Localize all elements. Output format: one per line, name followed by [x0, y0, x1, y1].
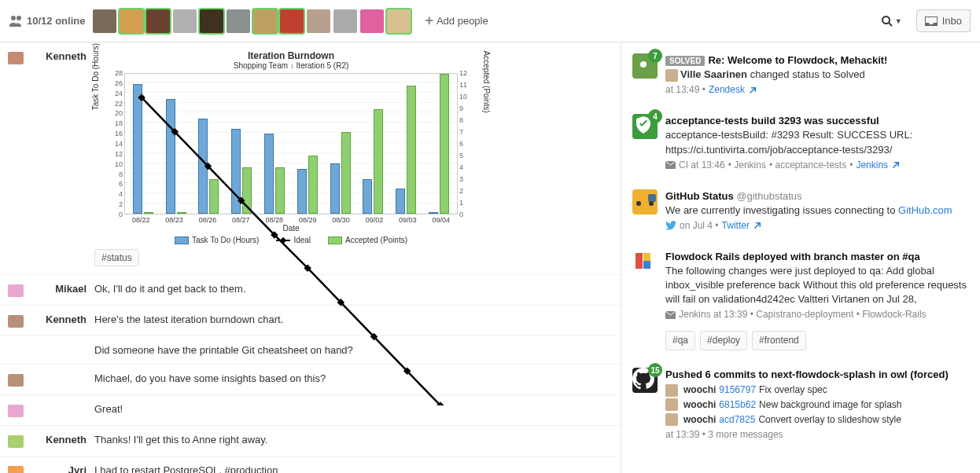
feed-item[interactable]: 4acceptance-tests build 3293 was success…: [632, 114, 972, 171]
avatar-10[interactable]: [360, 9, 384, 33]
chat-message: KennethThanks! I'll get this to Anne rig…: [0, 426, 621, 456]
bar-todo: [330, 163, 340, 214]
mini-avatar: [665, 398, 678, 411]
chat-column: KennethIteration BurndownShopping Team ↓…: [0, 42, 621, 473]
message-tag[interactable]: #status: [94, 249, 139, 266]
avatar-7[interactable]: [280, 9, 304, 33]
bar-accepted: [144, 212, 153, 214]
feed-badge: 7: [648, 49, 662, 63]
commit-row: woochi 9156797 Fix overlay spec: [665, 383, 972, 397]
x-tick: 09/04: [432, 216, 450, 224]
svg-point-18: [636, 67, 642, 72]
message-author: Kenneth: [31, 314, 94, 328]
feed-item[interactable]: 15Pushed 6 commits to next-flowdock-spla…: [632, 368, 972, 441]
mini-avatar: [665, 69, 678, 82]
feed-tags: #qa#deploy#frontend: [665, 326, 972, 350]
top-bar: 10/12 online + Add people ▼ Inbo: [0, 0, 980, 42]
message-glyph-icon: [8, 405, 24, 417]
avatar-11[interactable]: [387, 9, 411, 33]
feed-meta: CI at 13:46 • Jenkins • acceptance-tests…: [665, 159, 972, 172]
feed-title: GitHub Status @githubstatus: [665, 190, 802, 202]
mini-avatar: [665, 384, 678, 397]
avatar-2[interactable]: [146, 9, 170, 33]
feed-meta-link[interactable]: Twitter: [722, 219, 750, 233]
chart-legend: Task To Do (Hours)IdealAccepted (Points): [94, 236, 488, 244]
search-button[interactable]: ▼: [881, 15, 902, 28]
chat-message: Did someone have the printable Git cheat…: [0, 336, 621, 365]
avatar-0[interactable]: [93, 9, 116, 33]
message-body: Michael, do you have some insights based…: [94, 372, 610, 387]
feed-badge: 15: [648, 363, 662, 377]
message-author: Kenneth: [31, 434, 94, 448]
message-body: Iteration BurndownShopping Team ↓ Iterat…: [94, 50, 610, 266]
avatar-1[interactable]: [120, 9, 143, 33]
feed-description: We are currently investigating issues co…: [665, 204, 952, 216]
feed-meta-link[interactable]: Zendesk: [709, 83, 745, 97]
message-glyph-icon: [8, 435, 24, 448]
message-glyph-icon: [8, 315, 24, 328]
feed-item[interactable]: Flowdock Rails deployed with branch mast…: [632, 250, 972, 350]
message-body: Ok, I'll do it and get back to them.: [94, 283, 610, 297]
mini-avatar: [665, 413, 678, 426]
x-tick: 08/23: [165, 216, 183, 224]
feed-meta-link[interactable]: Jenkins: [856, 159, 888, 172]
message-glyph-icon: [8, 466, 24, 473]
commit-hash[interactable]: 9156797: [719, 383, 756, 397]
add-people-button[interactable]: + Add people: [425, 13, 488, 29]
caret-down-icon: ▼: [895, 17, 902, 25]
feed-meta: on Jul 4 • Twitter: [665, 219, 972, 233]
feed-title: acceptance-tests build 3293 was successf…: [665, 115, 879, 126]
mail-icon: [665, 311, 676, 319]
svg-rect-23: [648, 194, 656, 202]
avatar-6[interactable]: [253, 9, 277, 33]
feed-body: Flowdock Rails deployed with branch mast…: [665, 250, 972, 350]
feed-tag[interactable]: #deploy: [700, 331, 747, 350]
svg-rect-7: [304, 264, 311, 272]
svg-point-20: [640, 61, 647, 68]
message-body: I had to restart PostgreSQL. #production: [94, 464, 610, 473]
feed-title: Flowdock Rails deployed with branch mast…: [665, 251, 920, 262]
message-body: Thanks! I'll get this to Anne right away…: [94, 434, 610, 448]
inbox-icon: [925, 16, 938, 26]
x-tick: 08/30: [332, 216, 350, 224]
x-axis-label: Date: [94, 224, 488, 233]
avatar-5[interactable]: [227, 9, 250, 33]
feed-item[interactable]: 7SOLVEDRe: Welcome to Flowdock, Mehackit…: [632, 53, 972, 97]
chat-message: KennethIteration BurndownShopping Team ↓…: [0, 42, 621, 275]
avatar-3[interactable]: [173, 9, 197, 33]
message-body: Here's the latest iteration burndown cha…: [94, 314, 610, 328]
bar-todo: [133, 84, 142, 214]
feed-body: acceptance-tests build 3293 was successf…: [665, 114, 972, 171]
x-tick: 08/27: [232, 216, 250, 224]
commit-row: woochi 6815b62 New background image for …: [665, 398, 972, 412]
chat-message: Michael, do you have some insights based…: [0, 365, 621, 395]
message-author: [31, 372, 94, 387]
avatar-9[interactable]: [333, 9, 357, 33]
inbox-button[interactable]: Inbo: [916, 9, 971, 32]
svg-point-16: [636, 57, 642, 63]
chat-message: KennethHere's the latest iteration burnd…: [0, 306, 621, 336]
mail-icon: [665, 161, 676, 169]
bar-todo: [429, 212, 438, 214]
feed-body: SOLVEDRe: Welcome to Flowdock, Mehackit!…: [665, 53, 972, 97]
svg-point-24: [636, 201, 641, 206]
bar-accepted: [374, 109, 383, 214]
svg-line-1: [889, 23, 892, 26]
x-tick: 08/26: [199, 216, 217, 224]
feed-title: Pushed 6 commits to next-flowdock-splash…: [665, 368, 949, 380]
feed-tag[interactable]: #frontend: [752, 331, 806, 350]
avatar-8[interactable]: [307, 9, 330, 33]
avatar-4[interactable]: [200, 9, 223, 33]
feed-tag[interactable]: #qa: [665, 331, 695, 350]
svg-point-25: [649, 201, 654, 206]
x-tick: 09/02: [366, 216, 384, 224]
bar-todo: [231, 129, 241, 214]
message-glyph-icon: [8, 284, 24, 297]
y-axis-right-label: Accepted (Points): [482, 51, 491, 113]
commit-hash[interactable]: acd7825: [719, 413, 755, 427]
commit-hash[interactable]: 6815b62: [719, 398, 756, 412]
bar-todo: [363, 179, 372, 214]
commit-row: woochi acd7825 Convert overlay to slides…: [665, 413, 972, 427]
feed-item[interactable]: GitHub Status @githubstatusWe are curren…: [632, 189, 972, 233]
message-author: Mikael: [31, 283, 94, 297]
